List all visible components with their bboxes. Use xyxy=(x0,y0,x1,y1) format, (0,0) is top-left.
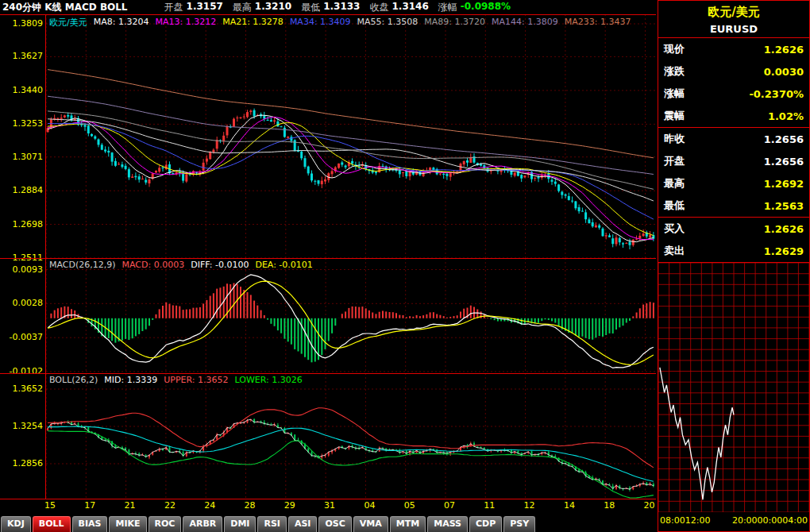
x-axis-label: 17 xyxy=(84,500,95,511)
x-axis-label: 14 xyxy=(564,500,575,511)
quote-label: 卖出 xyxy=(664,244,685,258)
tab-asi[interactable]: ASI xyxy=(288,516,318,532)
tab-kdj[interactable]: KDJ xyxy=(1,516,31,532)
indicator-name: BOLL(26,2) xyxy=(49,375,98,385)
ohlc-stat: 开盘1.3157 xyxy=(164,1,223,14)
x-axis-label: 29 xyxy=(284,500,295,511)
y-axis-label: -0.0102 xyxy=(0,367,43,376)
stat-value: 1.3133 xyxy=(323,1,360,14)
y-axis-label: 0.0028 xyxy=(0,299,43,308)
macd-indicator-chart[interactable] xyxy=(46,258,655,373)
trading-app-window: 240分钟 K线 MACD BOLL 开盘1.3157最高1.3210最低1.3… xyxy=(0,0,810,532)
y-axis-border xyxy=(45,14,46,499)
time-label-left: 08:0012:00 xyxy=(660,515,710,526)
quote-panel: 欧元/美元 EURUSD 现价1.2626涨跌0.0030涨幅-0.2370%震… xyxy=(658,0,810,532)
instrument-symbol: EURUSD xyxy=(658,23,809,35)
quote-row: 买入1.2626 xyxy=(658,218,809,240)
tab-vma[interactable]: VMA xyxy=(353,516,388,532)
quote-label: 涨幅 xyxy=(664,87,685,101)
stat-label: 最高 xyxy=(233,1,252,14)
main-pane-label: 欧元/美元MA8: 1.3204MA13: 1.3212MA21: 1.3278… xyxy=(49,17,631,29)
quote-value: 1.2692 xyxy=(764,178,804,190)
main-candlestick-chart[interactable] xyxy=(46,14,655,258)
stat-value: 1.3157 xyxy=(187,1,223,14)
tab-dmi[interactable]: DMI xyxy=(224,516,256,532)
quote-row: 最高1.2692 xyxy=(658,172,809,195)
stat-value: -0.0988% xyxy=(461,1,511,14)
ma-label: MA233: 1.3437 xyxy=(565,17,631,29)
quote-value: 1.2626 xyxy=(764,223,804,235)
stat-value: 1.3210 xyxy=(255,1,291,14)
quote-row: 最低1.2563 xyxy=(658,195,809,217)
quote-value: 1.2626 xyxy=(764,44,804,56)
pane-border xyxy=(0,14,656,15)
quote-row: 昨收1.2656 xyxy=(658,128,809,150)
intraday-chart[interactable] xyxy=(658,263,809,512)
chart-title: 240分钟 K线 MACD BOLL xyxy=(2,1,128,14)
tab-bias[interactable]: BIAS xyxy=(72,516,108,532)
quote-value: 1.2629 xyxy=(764,245,804,257)
quote-value: 0.0030 xyxy=(764,66,804,78)
ma-label: MA89: 1.3720 xyxy=(424,17,485,29)
pane-border xyxy=(0,258,656,259)
tab-rsi[interactable]: RSI xyxy=(257,516,287,532)
indicator-tabbar: KDJBOLLBIASMIKEROCARBRDMIRSIASIOSCVMAMTM… xyxy=(1,515,537,532)
y-axis-label: 1.3440 xyxy=(0,86,43,95)
quote-row: 震幅1.02% xyxy=(658,105,809,127)
instrument-name: 欧元/美元 xyxy=(658,5,809,20)
x-axis-label: 28 xyxy=(245,500,256,511)
pane-border xyxy=(0,499,656,499)
stat-value: 1.3146 xyxy=(392,1,428,14)
quote-value: 1.2563 xyxy=(764,200,804,212)
tab-roc[interactable]: ROC xyxy=(148,516,182,532)
tab-mtm[interactable]: MTM xyxy=(390,516,426,532)
y-axis-label: 1.2884 xyxy=(0,186,43,195)
ohlc-stats: 开盘1.3157最高1.3210最低1.3133收盘1.3146涨幅-0.098… xyxy=(164,1,511,14)
quote-row: 卖出1.2629 xyxy=(658,240,809,262)
x-axis-label: 21 xyxy=(125,500,136,511)
y-axis-label: 1.3253 xyxy=(0,119,43,129)
tab-mike[interactable]: MIKE xyxy=(109,516,146,532)
quote-value: -0.2370% xyxy=(749,88,804,100)
tab-arbr[interactable]: ARBR xyxy=(183,516,222,532)
quote-label: 涨跌 xyxy=(664,64,685,79)
x-axis-label: 04 xyxy=(364,500,375,511)
quote-label: 买入 xyxy=(664,222,685,236)
tab-mass[interactable]: MASS xyxy=(427,516,468,532)
tab-psy[interactable]: PSY xyxy=(503,516,535,532)
quote-label: 最低 xyxy=(664,199,685,213)
boll-pane-label: BOLL(26,2)MID: 1.3339UPPER: 1.3652LOWER:… xyxy=(49,375,303,385)
quote-label: 开盘 xyxy=(664,154,685,168)
y-axis-label: 1.3071 xyxy=(0,152,43,162)
ohlc-stat: 最高1.3210 xyxy=(233,1,291,14)
indicator-value-label: UPPER: 1.3652 xyxy=(164,375,228,385)
ma-label: MA34: 1.3409 xyxy=(290,17,351,29)
x-axis-label: 07 xyxy=(444,500,455,511)
indicator-value-label: MACD: 0.0003 xyxy=(122,260,185,270)
x-axis-label: 15 xyxy=(44,500,56,511)
ma-label: MA55: 1.3508 xyxy=(357,17,418,29)
x-axis-label: 12 xyxy=(524,500,535,511)
quote-row: 现价1.2626 xyxy=(658,38,809,60)
quote-row: 涨跌0.0030 xyxy=(658,60,809,83)
macd-pane-label: MACD(26,12,9)MACD: 0.0003DIFF: -0.0100DE… xyxy=(49,260,313,270)
quote-row: 开盘1.2656 xyxy=(658,150,809,172)
indicator-value-label: MID: 1.3339 xyxy=(104,375,157,385)
stat-label: 最低 xyxy=(301,1,320,14)
indicator-value-label: DEA: -0.0101 xyxy=(255,260,312,270)
quote-value: 1.2656 xyxy=(764,133,804,145)
x-axis-label: 05 xyxy=(404,500,415,511)
ma-label: MA13: 1.3212 xyxy=(155,17,216,29)
tab-osc[interactable]: OSC xyxy=(318,516,351,532)
x-axis-label: 20 xyxy=(644,500,655,511)
x-axis-label: 11 xyxy=(484,500,495,511)
y-axis-label: 1.3254 xyxy=(0,422,43,431)
quote-rows: 现价1.2626涨跌0.0030涨幅-0.2370%震幅1.02%昨收1.265… xyxy=(658,38,809,263)
boll-indicator-chart[interactable] xyxy=(46,373,655,499)
pane-border xyxy=(0,373,656,374)
tab-boll[interactable]: BOLL xyxy=(33,516,71,532)
stat-label: 开盘 xyxy=(164,1,183,14)
y-axis-label: 1.3809 xyxy=(0,19,43,29)
tab-cdp[interactable]: CDP xyxy=(469,516,502,532)
ma-label: MA8: 1.3204 xyxy=(94,17,149,29)
